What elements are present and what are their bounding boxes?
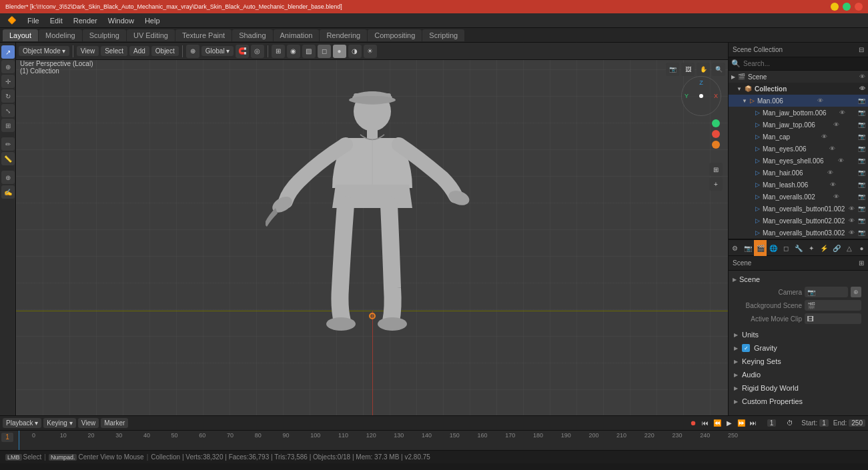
object-menu[interactable]: Object bbox=[151, 46, 179, 56]
show-gizmo-icon[interactable]: ⊞ bbox=[272, 45, 285, 58]
button03-vis[interactable]: 👁 bbox=[849, 229, 855, 236]
eyes-render-vis[interactable]: 📷 bbox=[858, 145, 865, 152]
close-button[interactable] bbox=[855, 3, 863, 11]
tab-compositing[interactable]: Compositing bbox=[368, 29, 422, 41]
outliner-item-eyes[interactable]: ▼ ▷ Man_eyes.006 👁 📷 bbox=[729, 143, 868, 155]
tool-measure[interactable]: 📏 bbox=[1, 152, 15, 165]
cap-render-vis[interactable]: 📷 bbox=[858, 133, 865, 140]
tl-record-btn[interactable]: ⏺ bbox=[688, 417, 699, 428]
outliner-item-eyes-shell[interactable]: ▼ ▷ Man_eyes_shell.006 👁 📷 bbox=[729, 155, 868, 167]
minimize-button[interactable] bbox=[831, 3, 839, 11]
gravity-checkbox[interactable]: ✓ bbox=[742, 344, 750, 352]
tl-play-btn[interactable]: ▶ bbox=[724, 417, 735, 428]
outliner-item-hair[interactable]: ▼ ▷ Man_hair.006 👁 📷 bbox=[729, 167, 868, 179]
movie-clip-value[interactable]: 🎞 bbox=[805, 313, 861, 324]
props-expand-icon[interactable]: ⊞ bbox=[859, 259, 864, 267]
maximize-button[interactable] bbox=[843, 3, 851, 11]
tl-next-frame-btn[interactable]: ⏩ bbox=[736, 417, 747, 428]
props-icon-material[interactable]: ● bbox=[855, 240, 868, 256]
dot-red[interactable] bbox=[712, 130, 720, 138]
global-transform-icon[interactable]: ⊕ bbox=[186, 45, 199, 58]
keying-sets-section[interactable]: ▶ Keying Sets bbox=[729, 355, 868, 368]
render-icon[interactable]: 🖼 bbox=[681, 63, 695, 76]
viewport[interactable]: Object Mode ▾ View Select Add Object ⊕ G… bbox=[16, 43, 728, 415]
leash-render-vis[interactable]: 📷 bbox=[858, 181, 865, 188]
view-menu[interactable]: View bbox=[77, 46, 99, 56]
menu-edit[interactable]: Edit bbox=[45, 15, 67, 26]
tab-sculpting[interactable]: Sculpting bbox=[83, 29, 126, 41]
tab-animation[interactable]: Animation bbox=[274, 29, 320, 41]
tool-rotate[interactable]: ↻ bbox=[1, 89, 15, 103]
jaw-top-vis[interactable]: 👁 bbox=[833, 121, 839, 128]
zoom-in[interactable]: + bbox=[709, 177, 723, 191]
jaw-bottom-vis[interactable]: 👁 bbox=[839, 109, 845, 116]
outliner-item-jaw-bottom[interactable]: ▼ ▷ Man_jaw_bottom.006 👁 📷 bbox=[729, 107, 868, 119]
tab-modeling[interactable]: Modeling bbox=[39, 29, 82, 41]
solid-shading[interactable]: ● bbox=[333, 45, 346, 58]
select-menu[interactable]: Select bbox=[101, 46, 127, 56]
gizmo-z-axis[interactable]: Z bbox=[699, 79, 703, 86]
snap-to-view[interactable]: ⊞ bbox=[709, 163, 723, 176]
tool-move[interactable]: ✛ bbox=[1, 75, 15, 88]
outliner-item-leash[interactable]: ▼ ▷ Man_leash.006 👁 📷 bbox=[729, 179, 868, 191]
proportional-edit-icon[interactable]: ◎ bbox=[251, 45, 264, 58]
zoom-icon[interactable]: 🔍 bbox=[712, 63, 725, 76]
tab-rendering[interactable]: Rendering bbox=[320, 29, 367, 41]
hair-render-vis[interactable]: 📷 bbox=[858, 169, 865, 176]
props-icon-data[interactable]: △ bbox=[843, 240, 855, 256]
outliner-collection[interactable]: ▼ 📦 Collection 👁 bbox=[729, 83, 868, 95]
outliner-item-overalls[interactable]: ▼ ▷ Man_overalls.002 👁 📷 bbox=[729, 191, 868, 203]
hair-vis[interactable]: 👁 bbox=[827, 169, 833, 176]
audio-section[interactable]: ▶ Audio bbox=[729, 368, 868, 381]
outliner-scene[interactable]: ▶ 🎬 Scene 👁 bbox=[729, 71, 868, 83]
camera-icon[interactable]: 📷 bbox=[666, 63, 679, 76]
tl-playback-menu[interactable]: Playback ▾ bbox=[3, 418, 41, 428]
timeline-playhead[interactable] bbox=[19, 431, 19, 450]
outliner-item-jaw-top[interactable]: ▼ ▷ Man_jaw_top.006 👁 📷 bbox=[729, 119, 868, 131]
tl-start-value[interactable]: 1 bbox=[819, 419, 829, 427]
snap-icon[interactable]: 🧲 bbox=[236, 45, 249, 58]
props-icon-scene[interactable]: 📷 bbox=[741, 240, 754, 256]
outliner-item-cap[interactable]: ▼ ▷ Man_cap 👁 📷 bbox=[729, 131, 868, 143]
bg-scene-value[interactable]: 🎬 bbox=[805, 300, 861, 311]
gizmo-x-axis[interactable]: X bbox=[714, 93, 718, 99]
viewport-gizmo[interactable]: X Y Z bbox=[681, 76, 721, 116]
man006-vis[interactable]: 👁 bbox=[817, 97, 823, 104]
scene-section-header[interactable]: ▶ Scene bbox=[733, 273, 864, 285]
tl-keying-menu[interactable]: Keying ▾ bbox=[43, 418, 75, 428]
wireframe-shading[interactable]: ◻ bbox=[318, 45, 331, 58]
jaw-bottom-render-vis[interactable]: 📷 bbox=[858, 109, 865, 116]
overalls-vis[interactable]: 👁 bbox=[833, 193, 839, 200]
props-icon-scene-active[interactable]: 🎬 bbox=[754, 240, 767, 256]
overalls-render-vis[interactable]: 📷 bbox=[858, 193, 865, 200]
props-icon-physics[interactable]: ⚡ bbox=[817, 240, 830, 256]
dot-green[interactable] bbox=[712, 119, 720, 127]
hand-icon[interactable]: ✋ bbox=[697, 63, 710, 76]
props-icon-constraints[interactable]: 🔗 bbox=[830, 240, 843, 256]
rendered-shading[interactable]: ☀ bbox=[364, 45, 377, 58]
button02-vis[interactable]: 👁 bbox=[849, 217, 855, 224]
props-icon-world[interactable]: 🌐 bbox=[767, 240, 779, 256]
units-section[interactable]: ▶ Units bbox=[729, 328, 868, 341]
button01-render-vis[interactable]: 📷 bbox=[858, 205, 865, 212]
button02-render-vis[interactable]: 📷 bbox=[858, 217, 865, 224]
tl-end-value[interactable]: 250 bbox=[849, 419, 865, 427]
outliner-item-button01[interactable]: ▼ ▷ Man_overalls_button01.002 👁 📷 bbox=[729, 203, 868, 215]
tool-select[interactable]: ↗ bbox=[1, 45, 15, 59]
button03-render-vis[interactable]: 📷 bbox=[858, 229, 865, 236]
tab-layout[interactable]: Layout bbox=[3, 29, 38, 41]
tab-scripting[interactable]: Scripting bbox=[422, 29, 464, 41]
props-icon-particles[interactable]: ✦ bbox=[805, 240, 817, 256]
props-icon-object[interactable]: ◻ bbox=[779, 240, 792, 256]
outliner-search-input[interactable] bbox=[743, 60, 865, 67]
mode-select[interactable]: Object Mode ▾ bbox=[19, 46, 69, 56]
tl-prev-frame-btn[interactable]: ⏪ bbox=[712, 417, 723, 428]
tab-texture-paint[interactable]: Texture Paint bbox=[175, 29, 232, 41]
outliner-filter-icon[interactable]: ⊟ bbox=[859, 46, 864, 53]
menu-help[interactable]: Help bbox=[140, 15, 165, 26]
outliner-item-button02[interactable]: ▼ ▷ Man_overalls_button02.002 👁 📷 bbox=[729, 215, 868, 227]
props-icon-scene-options[interactable]: ⚙ bbox=[729, 240, 741, 256]
scene-vis-icon[interactable]: 👁 bbox=[859, 73, 865, 80]
tl-jump-end-btn[interactable]: ⏭ bbox=[748, 417, 759, 428]
jaw-top-render-vis[interactable]: 📷 bbox=[858, 121, 865, 128]
